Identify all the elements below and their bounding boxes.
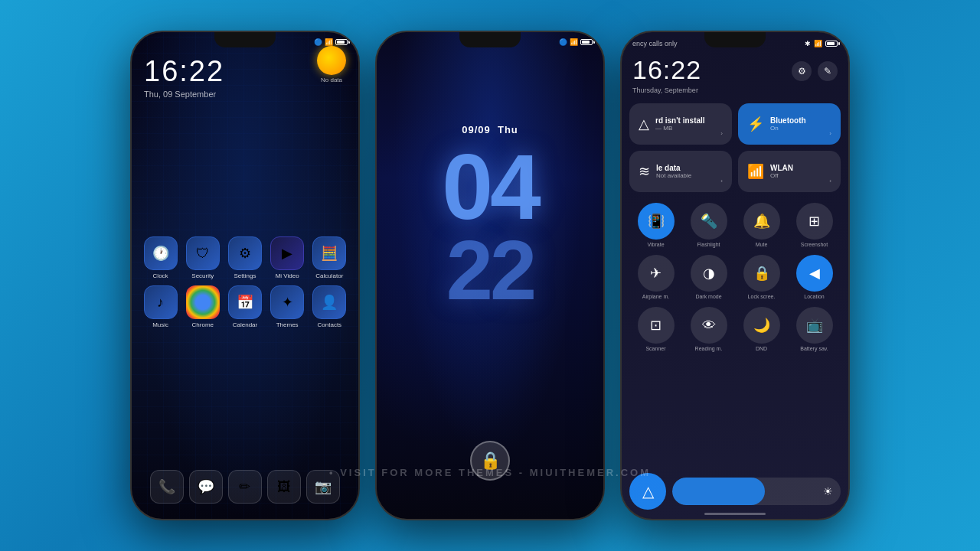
app-row-2: ♪ Music Chrome 📅 Calendar ✦ Themes 👤	[139, 285, 351, 328]
cc-bottom-left-button[interactable]: △	[629, 473, 666, 510]
security-label: Security	[191, 272, 214, 279]
music-icon[interactable]: ♪	[144, 285, 178, 319]
cc-quick-tiles: △ rd isn't install — MB › ⚡ Bluetooth On…	[622, 99, 848, 203]
battery-icon	[335, 39, 348, 45]
cc-tile-data[interactable]: △ rd isn't install — MB ›	[629, 103, 732, 145]
app-themes[interactable]: ✦ Themes	[267, 285, 307, 328]
app-grid: 🕐 Clock 🛡 Security ⚙ Settings ▶ Mi Video…	[132, 236, 358, 328]
airplane-button[interactable]: ✈	[638, 255, 675, 292]
lock-hour: 04	[377, 143, 603, 230]
app-row-1: 🕐 Clock 🛡 Security ⚙ Settings ▶ Mi Video…	[139, 236, 351, 279]
control-center-screen: ency calls only ✱ 📶 16:22 Thursday, Sept…	[622, 32, 848, 519]
cc-signal-icon: 📶	[814, 40, 822, 47]
screenshot-button[interactable]: ⊞	[796, 203, 833, 240]
cc-airplane-item[interactable]: ✈ Airplane m.	[634, 255, 678, 299]
dnd-label: DND	[756, 346, 767, 351]
lock-time: 04 22	[377, 143, 603, 311]
app-security[interactable]: 🛡 Security	[183, 236, 223, 279]
reading-button[interactable]: 👁	[691, 307, 727, 344]
cc-tile-mobile-data[interactable]: ≋ le data Not available ›	[629, 151, 732, 192]
lock-bt-icon: 🔵	[559, 38, 567, 46]
lock-day-value: Thu	[498, 124, 518, 135]
screenshot-label: Screenshot	[801, 242, 828, 247]
brightness-icon: ☀	[823, 485, 833, 497]
cc-wlan-sub: Off	[770, 172, 823, 179]
mivideo-icon[interactable]: ▶	[270, 236, 304, 270]
cc-mobile-title: le data	[656, 164, 714, 172]
vibrate-button[interactable]: 📳	[638, 203, 675, 240]
dnd-button[interactable]: 🌙	[743, 307, 780, 344]
app-settings[interactable]: ⚙ Settings	[225, 236, 265, 279]
dock-phone[interactable]: 📞	[150, 470, 184, 504]
themes-icon[interactable]: ✦	[270, 285, 304, 319]
app-contacts[interactable]: 👤 Contacts	[309, 285, 349, 328]
cc-data-sub: — MB	[655, 125, 714, 132]
darkmode-button[interactable]: ◑	[691, 255, 727, 292]
cc-mobile-info: le data Not available	[656, 164, 714, 179]
weather-sun-icon	[317, 46, 346, 75]
cc-lockscreen-item[interactable]: 🔒 Lock scree.	[740, 255, 784, 299]
cc-battery-saver-item[interactable]: 📺 Battery sav.	[792, 307, 837, 351]
lockscreen-button[interactable]: 🔒	[743, 255, 780, 292]
app-calendar[interactable]: 📅 Calendar	[225, 285, 265, 328]
battery-saver-label: Battery sav.	[800, 346, 828, 351]
app-mivideo[interactable]: ▶ Mi Video	[267, 236, 307, 279]
dock-messages[interactable]: 💬	[189, 470, 223, 504]
cc-battery-icon	[825, 41, 838, 47]
cc-reading-item[interactable]: 👁 Reading m.	[687, 307, 731, 351]
mute-button[interactable]: 🔔	[743, 203, 780, 240]
battery-saver-button[interactable]: 📺	[796, 307, 833, 344]
location-button[interactable]: ◀	[796, 255, 833, 292]
reading-label: Reading m.	[695, 346, 723, 351]
contacts-label: Contacts	[318, 321, 342, 328]
home-indicator	[704, 513, 766, 515]
cc-time-block: 16:22 Thursday, September	[632, 55, 701, 94]
cc-time: 16:22	[632, 55, 701, 85]
clock-icon[interactable]: 🕐	[144, 236, 178, 270]
themes-label: Themes	[276, 321, 299, 328]
cc-dnd-item[interactable]: 🌙 DND	[740, 307, 784, 351]
cc-settings-icon[interactable]: ⚙	[792, 61, 812, 81]
dock-gallery[interactable]: 🖼	[267, 470, 301, 504]
app-music[interactable]: ♪ Music	[141, 285, 181, 328]
cc-flashlight-item[interactable]: 🔦 Flashlight	[687, 203, 731, 247]
cc-wlan-arrow: ›	[829, 178, 831, 184]
calculator-icon[interactable]: 🧮	[312, 236, 346, 270]
brightness-slider[interactable]: ☀	[672, 478, 841, 505]
chrome-icon[interactable]	[186, 285, 220, 319]
darkmode-label: Dark mode	[695, 294, 721, 299]
flashlight-button[interactable]: 🔦	[691, 203, 727, 240]
cc-data-title: rd isn't install	[655, 116, 714, 125]
cc-mute-item[interactable]: 🔔 Mute	[740, 203, 784, 247]
app-chrome[interactable]: Chrome	[183, 285, 223, 328]
cc-screenshot-item[interactable]: ⊞ Screenshot	[792, 203, 837, 247]
scanner-button[interactable]: ⊡	[638, 307, 675, 344]
cc-round-row-1: 📳 Vibrate 🔦 Flashlight 🔔 Mute ⊞ Screensh…	[629, 203, 841, 247]
cc-bt-icon: ✱	[805, 40, 811, 47]
app-calculator[interactable]: 🧮 Calculator	[309, 236, 349, 279]
app-clock[interactable]: 🕐 Clock	[141, 236, 181, 279]
contacts-icon[interactable]: 👤	[312, 285, 346, 319]
cc-bluetooth-info: Bluetooth On	[770, 116, 823, 132]
cc-bt-arrow: ›	[829, 130, 831, 137]
cc-tile-row-2: ≋ le data Not available › 📶 WLAN Off ›	[629, 151, 841, 192]
cc-scanner-item[interactable]: ⊡ Scanner	[634, 307, 678, 351]
cc-date-text: Thursday, September	[632, 86, 698, 94]
notch-cc	[704, 32, 766, 47]
cc-bottom-bar: △ ☀	[629, 473, 841, 510]
cc-darkmode-item[interactable]: ◑ Dark mode	[687, 255, 731, 299]
cc-location-item[interactable]: ◀ Location	[792, 255, 837, 299]
vibrate-label: Vibrate	[647, 242, 664, 247]
cc-tile-row-1: △ rd isn't install — MB › ⚡ Bluetooth On…	[629, 103, 841, 145]
cc-vibrate-item[interactable]: 📳 Vibrate	[634, 203, 678, 247]
security-icon[interactable]: 🛡	[186, 236, 220, 270]
calendar-icon[interactable]: 📅	[228, 285, 262, 319]
cc-edit-icon[interactable]: ✎	[818, 61, 838, 81]
settings-icon[interactable]: ⚙	[228, 236, 262, 270]
mivideo-label: Mi Video	[276, 272, 299, 279]
dock-notes[interactable]: ✏	[228, 470, 262, 504]
cc-tile-bluetooth[interactable]: ⚡ Bluetooth On ›	[738, 103, 841, 145]
cc-tile-wlan[interactable]: 📶 WLAN Off ›	[738, 151, 841, 192]
cc-round-row-3: ⊡ Scanner 👁 Reading m. 🌙 DND 📺 Battery s…	[629, 307, 841, 351]
cc-mobile-icon: ≋	[639, 163, 650, 180]
